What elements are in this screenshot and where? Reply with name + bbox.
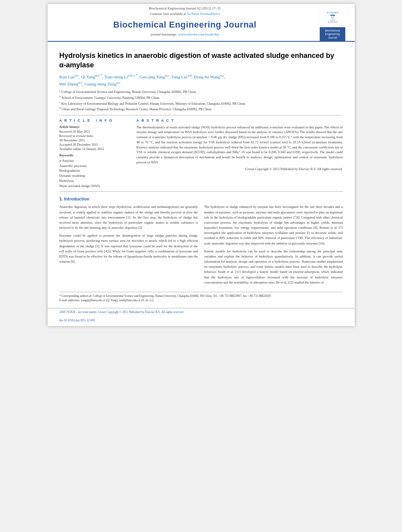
- history-label: Article history:: [59, 125, 130, 129]
- doi-line: doi:10.1016/j.bej.2011.12.009: [48, 316, 355, 326]
- article-info-label-heading: A R T I C L E I N F O: [59, 119, 130, 122]
- affiliation-c: c Key Laboratory of Environmental Biolog…: [59, 100, 343, 106]
- intro-body-columns: Anaerobic digestion, in which three step…: [59, 204, 343, 288]
- keyword-1: α-Amylase: [59, 158, 130, 163]
- issn-line: 1369-703X/$ – see front matter. Crown Co…: [59, 310, 184, 314]
- divider-2: [59, 191, 343, 192]
- footnote-area: * Corresponding authors at: College of E…: [59, 292, 343, 302]
- journal-citation: Biochemical Engineering Journal 62 (2012…: [149, 6, 221, 10]
- article-info-abstract: A R T I C L E I N F O Article history: R…: [59, 119, 343, 189]
- elsevier-logo: ELSEVIER ELSEVIER: [319, 8, 347, 26]
- received-date: Received 26 May 2011 Received in revised…: [59, 130, 130, 151]
- article-info-col: A R T I C L E I N F O Article history: R…: [59, 119, 130, 189]
- abstract-col: A B S T R A C T The thermodynamics of wa…: [137, 119, 343, 189]
- authors-line: Kun Luoa,c, Qi Yanga,c,*, Xiao-ming Lia,…: [59, 73, 343, 87]
- footnote-star: * Corresponding authors at: College of E…: [59, 294, 343, 298]
- divider: [59, 115, 343, 115]
- intro-para3: The hydrolysis of sludge enhanced by enz…: [204, 204, 343, 246]
- elsevier-logo-area: ELSEVIER ELSEVIER Biochemical Engineerin…: [319, 8, 347, 41]
- abstract-body: The thermodynamics of waste activated sl…: [137, 125, 343, 165]
- affiliation-b: b School of Environment, Guangxi Univers…: [59, 95, 343, 100]
- intro-para1: Anaerobic digestion, in which three step…: [59, 204, 198, 230]
- affiliation-d: d Urban and Rural Garbage Disposal Techn…: [59, 106, 343, 112]
- intro-para2: Enzymes could be applied to promote the …: [59, 233, 198, 264]
- svg-rect-2: [330, 15, 335, 16]
- homepage-text: journal homepage:: [151, 32, 178, 36]
- intro-left-col: Anaerobic digestion, in which three step…: [59, 204, 198, 288]
- keyword-2: Anaerobic processes: [59, 163, 130, 169]
- keyword-3: Biodegradation: [59, 168, 130, 173]
- intro-para4: Kinetic models for hydrolysis can be use…: [204, 249, 343, 285]
- affiliations: a College of Environmental Science and E…: [59, 89, 343, 111]
- contents-text: Contents lists available at: [150, 12, 187, 16]
- homepage-link[interactable]: www.elsevier.com/locate/bej: [178, 32, 219, 36]
- journal-title: Biochemical Engineering Journal: [56, 17, 315, 32]
- keyword-5: Hydrolysis: [59, 178, 130, 184]
- intro-heading: 1. Introduction: [59, 196, 343, 201]
- journal-homepage: journal homepage: www.elsevier.com/locat…: [56, 32, 315, 39]
- svg-text:ELSEVIER: ELSEVIER: [328, 21, 337, 23]
- journal-header: Biochemical Engineering Journal 62 (2012…: [48, 4, 355, 42]
- copyright-line: Crown Copyright © 2012 Published by Else…: [137, 167, 343, 171]
- page: Biochemical Engineering Journal 62 (2012…: [48, 4, 355, 326]
- content-area: Hydrolysis kinetics in anaerobic digesti…: [48, 42, 355, 308]
- svg-text:ELSEVIER: ELSEVIER: [327, 11, 339, 14]
- bottom-bar: 1369-703X/$ – see front matter. Crown Co…: [48, 308, 355, 316]
- journal-brand-box: Biochemical Engineering Journal: [320, 27, 345, 41]
- doi: doi:10.1016/j.bej.2011.12.009: [59, 319, 95, 322]
- journal-header-left: Biochemical Engineering Journal 62 (2012…: [56, 6, 315, 39]
- abstract-label-heading: A B S T R A C T: [137, 119, 343, 122]
- introduction-section: 1. Introduction Anaerobic digestion, in …: [59, 196, 343, 288]
- keywords-label: Keywords:: [59, 153, 130, 157]
- intro-right-col: The hydrolysis of sludge enhanced by enz…: [204, 204, 343, 288]
- affiliation-a: a College of Environmental Science and E…: [59, 89, 343, 95]
- brand-text: Biochemical Engineering Journal: [325, 29, 340, 39]
- contents-line: Contents lists available at SciVerse Sci…: [56, 12, 315, 16]
- footnote-email: E-mail addresses: yangqi@hmu.edu.cn (Q. …: [59, 298, 343, 303]
- sciverse-link[interactable]: SciVerse ScienceDirect: [187, 12, 220, 16]
- journal-top-bar: Biochemical Engineering Journal 62 (2012…: [56, 6, 315, 10]
- article-title: Hydrolysis kinetics in anaerobic digesti…: [59, 51, 343, 70]
- keyword-6: Waste activated sludge (WAS): [59, 184, 130, 189]
- keyword-4: Dynamic modeling: [59, 173, 130, 178]
- keywords-list: α-Amylase Anaerobic processes Biodegrada…: [59, 158, 130, 189]
